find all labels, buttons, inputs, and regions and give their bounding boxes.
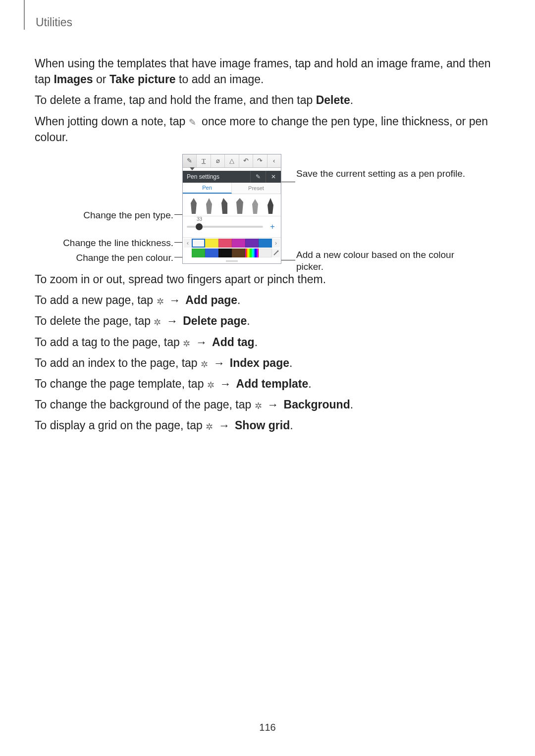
- panel-toolbar: ✎ T ⌀ △ ↶ ↷ ‹: [183, 154, 281, 168]
- action-line: To add an index to the page, tap ✲ → Ind…: [35, 355, 500, 371]
- gear-icon: ✲: [157, 296, 164, 308]
- action-target: Background: [284, 398, 350, 411]
- callout-add-colour: Add a new colour based on the colour pic…: [296, 249, 470, 273]
- gear-icon: ✲: [207, 379, 214, 392]
- colour-swatch[interactable]: [245, 249, 259, 257]
- close-panel-button[interactable]: ✕: [266, 171, 281, 183]
- eraser-tool-button[interactable]: ⌀: [211, 154, 225, 167]
- action-target: Add template: [236, 377, 309, 390]
- colour-swatch[interactable]: [232, 239, 245, 248]
- thickness-increase-button[interactable]: +: [268, 223, 277, 231]
- text: To delete a frame, tap and hold the fram…: [35, 94, 316, 106]
- thickness-slider[interactable]: [187, 226, 263, 228]
- callout-pen-type: Change the pen type.: [35, 209, 173, 221]
- colour-swatch[interactable]: [205, 239, 218, 248]
- text: To change the background of the page, ta…: [35, 398, 255, 411]
- active-tool-indicator: [183, 168, 281, 171]
- pen-type-option[interactable]: [235, 197, 245, 214]
- svg-marker-0: [191, 198, 197, 214]
- action-target: Add page: [185, 294, 237, 306]
- section-title: Utilities: [36, 16, 72, 29]
- action-line: To delete the page, tap ✲ → Delete page.: [35, 313, 500, 329]
- colour-swatch[interactable]: [259, 249, 272, 257]
- action-target: Delete page: [183, 314, 247, 327]
- save-profile-button[interactable]: ✎: [250, 171, 266, 183]
- paragraph-image-frames: When using the templates that have image…: [35, 55, 500, 87]
- arrow-icon: →: [163, 314, 181, 327]
- colour-swatch[interactable]: [192, 239, 205, 248]
- colour-swatch[interactable]: [218, 239, 232, 248]
- thickness-slider-row: 33 +: [183, 216, 281, 238]
- gear-icon: ✲: [255, 400, 262, 412]
- pen-type-option[interactable]: [189, 197, 199, 214]
- action-line: To change the background of the page, ta…: [35, 397, 500, 412]
- content-block: When using the templates that have image…: [35, 55, 500, 298]
- colour-swatch[interactable]: [259, 239, 272, 248]
- action-line: To add a tag to the page, tap ✲ → Add ta…: [35, 334, 500, 350]
- gear-icon: ✲: [183, 338, 190, 350]
- panel-grabber[interactable]: [183, 258, 281, 263]
- shape-tool-button[interactable]: △: [225, 154, 239, 167]
- header-rule: [24, 0, 25, 30]
- pen-type-row: [183, 194, 281, 216]
- label-take-picture: Take picture: [109, 73, 176, 86]
- text: .: [237, 294, 240, 306]
- colour-swatch[interactable]: [245, 239, 259, 248]
- swatch-row-inner: [192, 249, 272, 257]
- arrow-icon: →: [264, 398, 282, 411]
- text: To change the page template, tap: [35, 377, 207, 390]
- svg-line-6: [274, 251, 278, 255]
- colour-swatch[interactable]: [218, 249, 232, 257]
- action-line: To change the page template, tap ✲ → Add…: [35, 376, 500, 392]
- gear-icon: ✲: [206, 421, 213, 433]
- svg-marker-4: [252, 199, 258, 214]
- pen-type-option[interactable]: [266, 197, 275, 214]
- colour-swatch[interactable]: [192, 249, 205, 257]
- pen-icon: ✎: [187, 157, 192, 164]
- redo-button[interactable]: ↷: [253, 154, 267, 167]
- svg-marker-2: [221, 198, 227, 214]
- colour-swatch[interactable]: [232, 249, 245, 257]
- thickness-value: 33: [197, 216, 202, 222]
- action-line: To display a grid on the page, tap ✲ → S…: [35, 417, 500, 433]
- svg-point-7: [277, 250, 279, 252]
- action-target: Add tag: [212, 336, 255, 349]
- text: .: [289, 356, 292, 369]
- pen-type-option[interactable]: [219, 197, 229, 214]
- text: To add an index to the page, tap: [35, 356, 201, 369]
- swatch-row-inner: [192, 239, 272, 248]
- text: .: [350, 94, 353, 106]
- swatch-next-button[interactable]: ›: [272, 239, 280, 248]
- text: When jotting down a note, tap: [35, 115, 189, 128]
- arrow-icon: →: [216, 377, 234, 390]
- svg-marker-3: [236, 198, 243, 214]
- pen-type-option[interactable]: [204, 197, 214, 214]
- action-target: Show grid: [235, 419, 290, 432]
- slider-knob[interactable]: [196, 223, 203, 230]
- callout-pen-colour: Change the pen colour.: [35, 252, 173, 264]
- pen-tool-button[interactable]: ✎: [183, 154, 197, 167]
- pen-type-option[interactable]: [250, 197, 260, 214]
- pen-settings-panel: ✎ T ⌀ △ ↶ ↷ ‹ Pen settings ✎ ✕ Pen: [182, 154, 281, 264]
- tab-pen[interactable]: Pen: [183, 183, 232, 194]
- svg-marker-5: [268, 198, 273, 214]
- page-number: 116: [0, 722, 535, 733]
- gear-icon: ✲: [201, 358, 208, 371]
- figure-pen-settings: Change the pen type. Change the line thi…: [35, 154, 500, 288]
- arrow-icon: →: [210, 356, 228, 369]
- colour-swatch[interactable]: [205, 249, 218, 257]
- text: To add a tag to the page, tap: [35, 336, 183, 349]
- colour-picker-button[interactable]: [272, 249, 280, 257]
- swatch-prev-button[interactable]: ‹: [184, 239, 192, 248]
- label-images: Images: [54, 73, 93, 86]
- text: or: [93, 73, 109, 86]
- collapse-button[interactable]: ‹: [268, 154, 281, 167]
- tab-preset[interactable]: Preset: [232, 183, 281, 194]
- action-line: To add a new page, tap ✲ → Add page.: [35, 292, 500, 308]
- text: to add an image.: [176, 73, 264, 86]
- text-tool-button[interactable]: T: [197, 154, 211, 167]
- pen-settings-tabs: Pen Preset: [183, 183, 281, 194]
- undo-button[interactable]: ↶: [239, 154, 253, 167]
- text: To delete the page, tap: [35, 314, 154, 327]
- swatch-row: [184, 249, 280, 257]
